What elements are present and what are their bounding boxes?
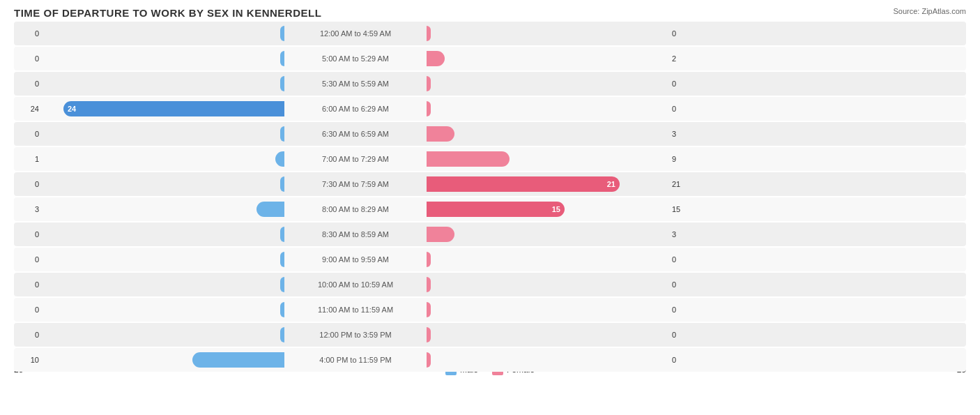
- bar-row: 08:30 AM to 8:59 AM3: [14, 222, 966, 246]
- right-bar-container: [425, 151, 669, 167]
- left-value: 10: [14, 356, 42, 364]
- left-value: 0: [14, 230, 42, 239]
- bar-row: 05:30 AM to 5:59 AM0: [14, 72, 966, 96]
- male-bar: [280, 227, 284, 242]
- time-label: 5:30 AM to 5:59 AM: [286, 80, 425, 88]
- right-value: 0: [669, 356, 697, 364]
- bar-row: 010:00 AM to 10:59 AM0: [14, 273, 966, 296]
- left-bar-container: [42, 126, 286, 142]
- right-bar-container: 15: [425, 202, 669, 217]
- female-bar: 21: [427, 176, 620, 192]
- left-value: 0: [14, 54, 42, 63]
- bar-row: 012:00 PM to 3:59 PM0: [14, 323, 966, 347]
- bar-row: 24246:00 AM to 6:29 AM0: [14, 97, 966, 121]
- left-bar-container: [42, 227, 286, 242]
- chart-source: Source: ZipAtlas.com: [893, 7, 966, 15]
- left-bar-container: [42, 352, 286, 368]
- time-label: 5:00 AM to 5:29 AM: [286, 54, 425, 63]
- right-value: 15: [669, 205, 697, 213]
- right-bar-container: [425, 352, 669, 368]
- male-bar: [280, 51, 284, 66]
- right-value: 21: [669, 180, 697, 188]
- right-bar-container: 21: [425, 176, 669, 192]
- left-bar-container: [42, 252, 286, 267]
- right-bar-container: [425, 51, 669, 66]
- right-bar-container: [425, 252, 669, 267]
- left-value: 0: [14, 305, 42, 314]
- male-bar: [192, 352, 284, 368]
- female-bar: [427, 26, 431, 41]
- female-bar: [427, 327, 431, 342]
- female-bar: [427, 76, 431, 91]
- chart-area: 012:00 AM to 4:59 AM005:00 AM to 5:29 AM…: [14, 22, 966, 360]
- left-value: 0: [14, 331, 42, 339]
- time-label: 4:00 PM to 11:59 PM: [286, 356, 425, 364]
- bar-row: 05:00 AM to 5:29 AM2: [14, 47, 966, 70]
- time-label: 11:00 AM to 11:59 AM: [286, 305, 425, 314]
- right-value: 0: [669, 331, 697, 339]
- right-value: 0: [669, 80, 697, 88]
- left-bar-container: [42, 151, 286, 167]
- right-bar-container: [425, 227, 669, 242]
- right-bar-container: [425, 126, 669, 142]
- male-bar: [280, 252, 284, 267]
- right-bar-container: [425, 327, 669, 342]
- female-bar: [427, 227, 454, 242]
- right-value: 0: [669, 255, 697, 264]
- time-label: 12:00 PM to 3:59 PM: [286, 331, 425, 339]
- female-bar: [427, 51, 445, 66]
- left-value: 0: [14, 280, 42, 289]
- left-bar-container: [42, 277, 286, 292]
- male-bar: [280, 26, 284, 41]
- time-label: 12:00 AM to 4:59 AM: [286, 29, 425, 38]
- time-label: 8:30 AM to 8:59 AM: [286, 230, 425, 239]
- male-bar: [280, 176, 284, 192]
- female-bar: [427, 252, 431, 267]
- left-bar-container: [42, 202, 286, 217]
- bar-row: 011:00 AM to 11:59 AM0: [14, 298, 966, 322]
- female-bar: [427, 101, 431, 116]
- female-bar: [427, 277, 431, 292]
- right-value: 0: [669, 105, 697, 113]
- female-bar: [427, 302, 431, 317]
- right-value: 0: [669, 305, 697, 314]
- bar-row: 09:00 AM to 9:59 AM0: [14, 248, 966, 271]
- time-label: 9:00 AM to 9:59 AM: [286, 255, 425, 264]
- male-bar: [280, 302, 284, 317]
- left-bar-container: [42, 26, 286, 41]
- time-label: 7:30 AM to 7:59 AM: [286, 180, 425, 188]
- left-value: 1: [14, 155, 42, 163]
- bar-row: 06:30 AM to 6:59 AM3: [14, 122, 966, 146]
- chart-container: TIME OF DEPARTURE TO WORK BY SEX IN KENN…: [0, 0, 980, 415]
- left-value: 24: [14, 105, 42, 113]
- left-bar-container: [42, 76, 286, 91]
- left-bar-container: [42, 327, 286, 342]
- time-label: 6:00 AM to 6:29 AM: [286, 105, 425, 113]
- right-value: 0: [669, 280, 697, 289]
- left-value: 0: [14, 130, 42, 138]
- right-bar-container: [425, 26, 669, 41]
- left-bar-container: [42, 51, 286, 66]
- bar-row: 38:00 AM to 8:29 AM1515: [14, 197, 966, 221]
- male-bar: [280, 126, 284, 142]
- male-bar: [280, 277, 284, 292]
- left-bar-container: [42, 302, 286, 317]
- male-bar: [280, 327, 284, 342]
- female-bar: [427, 151, 510, 167]
- right-bar-container: [425, 101, 669, 116]
- female-bar: [427, 126, 454, 142]
- left-value: 0: [14, 80, 42, 88]
- right-bar-container: [425, 302, 669, 317]
- left-value: 3: [14, 205, 42, 213]
- right-bar-container: [425, 76, 669, 91]
- right-value: 9: [669, 155, 697, 163]
- time-label: 7:00 AM to 7:29 AM: [286, 155, 425, 163]
- female-bar: 15: [427, 202, 565, 217]
- right-value: 3: [669, 130, 697, 138]
- left-value: 0: [14, 29, 42, 38]
- right-value: 2: [669, 54, 697, 63]
- male-bar: 24: [63, 101, 284, 116]
- bar-row: 07:30 AM to 7:59 AM2121: [14, 172, 966, 196]
- time-label: 6:30 AM to 6:59 AM: [286, 130, 425, 138]
- bar-row: 104:00 PM to 11:59 PM0: [14, 348, 966, 372]
